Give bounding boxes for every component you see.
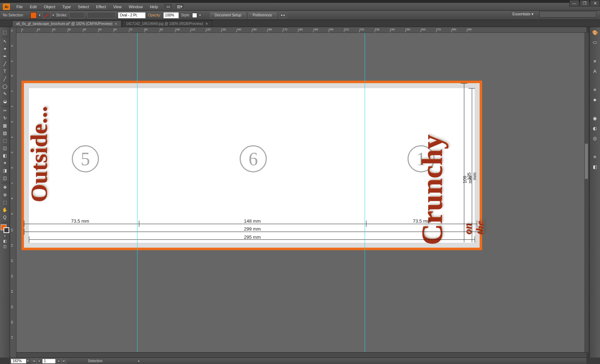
workspace-switcher[interactable]: Essentials ▾ [510, 11, 536, 17]
window-controls: — ❐ ✕ [569, 0, 600, 9]
menu-window[interactable]: Window [125, 4, 146, 10]
stroke-swatch[interactable] [42, 12, 50, 19]
tool-9[interactable]: ◒ [1, 98, 9, 105]
preferences-button[interactable]: Preferences [248, 12, 277, 19]
menu-file[interactable]: File [13, 4, 26, 10]
vertical-scrollbar[interactable] [584, 33, 589, 352]
menu-help[interactable]: Help [146, 4, 162, 10]
tool-panel: ⬚↖✦✒╱T╱◯✎◒✂↻▦▨⬚◫◧✶◨◫✥⊕⬚✋Q▪◧◫ [0, 27, 10, 358]
tool-24[interactable]: Q [1, 214, 9, 221]
art-text-crunchy: Crunchy [415, 135, 449, 245]
fill-swatch[interactable] [30, 12, 37, 19]
selection-label: No Selection [3, 13, 23, 17]
color-mode-1[interactable]: ◧ [1, 238, 9, 243]
tool-1[interactable]: ↖ [1, 38, 9, 45]
fill-stroke-control[interactable] [1, 224, 9, 233]
tool-4[interactable]: ╱ [1, 60, 9, 67]
document-setup-button[interactable]: Document Setup [210, 12, 246, 19]
artboard-field[interactable]: 1 [42, 359, 56, 364]
tool-18[interactable]: ◨ [1, 167, 9, 174]
panel-icon-1[interactable]: ⬭ [591, 39, 599, 46]
panel-icon-6[interactable]: ≡ [591, 86, 599, 93]
horizontal-ruler[interactable]: 0102030405060708090100110120130140150160… [16, 27, 586, 33]
stroke-varwidth[interactable]: ▾ [87, 12, 116, 19]
tool-22[interactable]: ⬚ [1, 199, 9, 206]
align-icon[interactable]: ✦▾ [279, 12, 287, 18]
panel-icon-10[interactable]: ◐ [591, 124, 599, 132]
tool-3[interactable]: ✒ [1, 53, 9, 60]
zoom-field[interactable]: 182% [11, 359, 26, 364]
close-button[interactable]: ✕ [590, 0, 600, 6]
tool-19[interactable]: ◫ [1, 175, 9, 182]
dim-299: 299 mm [244, 226, 261, 232]
guide-vertical-1[interactable] [137, 33, 138, 352]
tool-11[interactable]: ↻ [1, 115, 9, 122]
search-input[interactable] [539, 11, 596, 17]
document-tabs: a6_6s_gf_landscape_brochure.ai* @ 182% (… [0, 20, 600, 27]
tool-6[interactable]: ╱ [1, 75, 9, 82]
tool-12[interactable]: ▦ [1, 122, 9, 129]
stroke-weight[interactable]: ▾ [69, 12, 85, 19]
dim-148: 148 mm [244, 218, 261, 224]
tool-13[interactable]: ▨ [1, 130, 9, 137]
menu-object[interactable]: Object [40, 4, 59, 10]
tool-16[interactable]: ◧ [1, 152, 9, 159]
artboard-last[interactable]: ▸I [61, 359, 66, 364]
close-tab-icon[interactable]: ✕ [115, 22, 118, 26]
panel-icon-13[interactable]: ≡ [591, 153, 599, 161]
dim-73a: 73.5 mm [71, 218, 89, 224]
panel-icon-4[interactable]: A [591, 67, 599, 75]
tool-10[interactable]: ✂ [1, 107, 9, 114]
style-swatch[interactable] [192, 13, 197, 18]
dim-73b: 73.5 mm [413, 218, 431, 224]
menu-view[interactable]: View [110, 4, 125, 10]
style-label: Style: [181, 13, 190, 17]
panel-icon-7[interactable]: ♣ [591, 96, 599, 103]
art-text-outside: Outside... [25, 106, 52, 202]
panel-icon-9[interactable]: ◉ [591, 114, 599, 122]
brush-profile[interactable]: Oval - 2 Pt. [118, 12, 146, 19]
tool-15[interactable]: ◫ [1, 145, 9, 152]
minimize-button[interactable]: — [569, 0, 579, 6]
tool-8[interactable]: ✎ [1, 90, 9, 97]
color-mode-0[interactable]: ▪ [1, 233, 9, 238]
tool-23[interactable]: ✋ [1, 206, 9, 213]
panel-icon-0[interactable]: 🎨 [591, 29, 599, 36]
tool-5[interactable]: T [1, 68, 9, 75]
menu-edit[interactable]: Edit [26, 4, 40, 10]
tool-17[interactable]: ✶ [1, 160, 9, 167]
right-panel-dock: 🎨⬭≡A≡♣◉◐◎≡◧ [589, 27, 600, 358]
tool-20[interactable]: ✥ [1, 184, 9, 191]
artboard[interactable]: 5 6 1 Outside... Crunchy on the 73.5 mm … [29, 88, 475, 243]
art-text-onthe: on the [462, 221, 486, 234]
arrange-icon[interactable]: ▥▾ [175, 4, 184, 10]
close-tab-icon[interactable]: ✕ [205, 22, 208, 26]
artboard-next[interactable]: ▸ [56, 359, 61, 364]
guide-vertical-2[interactable] [365, 33, 365, 352]
tool-0[interactable]: ⬚ [1, 29, 9, 36]
panel-icon-14[interactable]: ◧ [591, 163, 599, 171]
menu-effect[interactable]: Effect [92, 4, 110, 10]
panel-icon-3[interactable]: ≡ [591, 57, 599, 65]
maximize-button[interactable]: ❐ [580, 0, 590, 6]
canvas-area[interactable]: 5 6 1 Outside... Crunchy on the 73.5 mm … [16, 33, 586, 352]
horizontal-scrollbar[interactable] [16, 352, 586, 358]
menu-type[interactable]: Type [59, 4, 75, 10]
artboard-prev[interactable]: ◂ [36, 359, 41, 364]
panel-icon-11[interactable]: ◎ [591, 134, 599, 142]
panel-number-5: 5 [72, 145, 99, 172]
color-mode-2[interactable]: ◫ [1, 244, 9, 249]
menu-bar: Ai File Edit Object Type Select Effect V… [0, 3, 600, 11]
menu-select[interactable]: Select [74, 4, 92, 10]
tool-14[interactable]: ⬚ [1, 137, 9, 144]
tab-inactive[interactable]: 1417142_18519949.jpg @ 100% (RGB/Preview… [122, 20, 212, 27]
vertical-ruler[interactable]: -3-2-101234567891011121314151617 [10, 27, 16, 358]
opacity-input[interactable]: 100% [163, 12, 179, 19]
tool-7[interactable]: ◯ [1, 83, 9, 90]
tool-21[interactable]: ⊕ [1, 191, 9, 198]
layout-icon[interactable]: ▭ [164, 4, 173, 10]
tool-2[interactable]: ✦ [1, 45, 9, 52]
artboard-bleed: 5 6 1 Outside... Crunchy on the 73.5 mm … [21, 81, 482, 250]
tab-active[interactable]: a6_6s_gf_landscape_brochure.ai* @ 182% (… [12, 20, 121, 27]
artboard-first[interactable]: I◂ [31, 359, 36, 364]
